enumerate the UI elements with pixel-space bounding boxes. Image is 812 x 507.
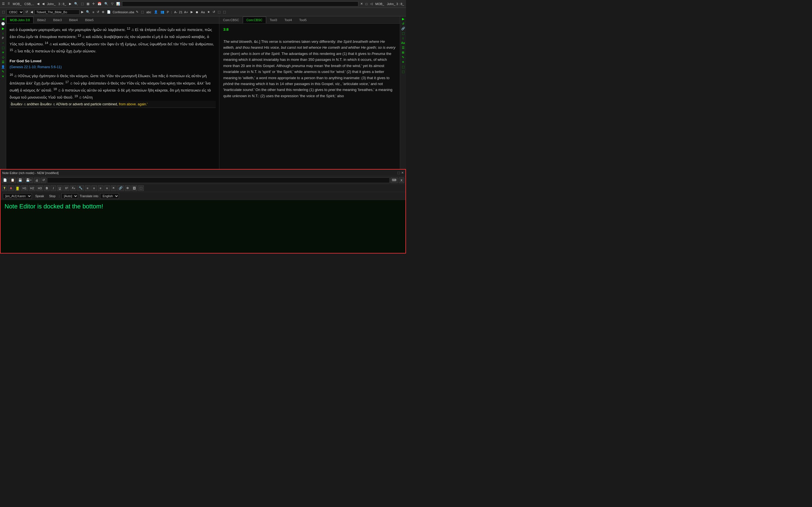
note-link-btn[interactable]: 🔗	[117, 185, 124, 191]
right-box[interactable]: ⬚	[402, 32, 405, 35]
cross-icon[interactable]: ✛	[91, 2, 96, 6]
search-icon[interactable]: 🔍	[73, 2, 79, 6]
refresh2-btn[interactable]: ↺	[96, 10, 100, 14]
note-search-input[interactable]	[47, 177, 390, 183]
note-content-area[interactable]: Note Editor is docked at the bottom!	[1, 200, 405, 253]
note-sub-btn[interactable]: X₂	[70, 185, 76, 191]
tab-tool3[interactable]: Tool3	[266, 17, 281, 23]
tts-stop-btn[interactable]: Stop	[47, 193, 57, 199]
note-align-center[interactable]: ≡	[91, 185, 97, 191]
tab-tool5[interactable]: Tool5	[296, 17, 310, 23]
note-minimize[interactable]: ⬚	[397, 171, 400, 175]
nav-next[interactable]: ▶	[80, 10, 84, 14]
note-highlight-btn[interactable]: ▓	[15, 185, 20, 191]
note-print-btn[interactable]: 🖨	[34, 177, 40, 183]
left-nav-up[interactable]: ◀	[2, 17, 4, 20]
note-color-btn[interactable]: A	[8, 185, 14, 191]
user1-btn[interactable]: 👤	[153, 10, 159, 14]
left-arrow[interactable]: →	[1, 41, 4, 45]
left-diamond[interactable]: ◇	[2, 56, 4, 59]
note-h1-btn[interactable]: H1	[21, 185, 28, 191]
right-pencil[interactable]: ✎	[402, 56, 404, 59]
note-h3-btn[interactable]: H3	[36, 185, 43, 191]
left-pencil[interactable]: ✎	[2, 70, 4, 73]
note-keyboard-btn[interactable]: ⌨	[391, 177, 398, 183]
right-box2[interactable]: ⬚	[402, 65, 405, 68]
note-super-btn[interactable]: X²	[63, 185, 69, 191]
right-font[interactable]: Aa	[401, 41, 405, 45]
right-list[interactable]: ☰	[402, 46, 405, 49]
tab-com-cbsc-2[interactable]: Com:CBSC	[243, 17, 266, 23]
rec-btn[interactable]: ⏺	[195, 10, 199, 14]
close-x[interactable]: ✕	[359, 2, 364, 6]
tab-mob-john[interactable]: MOB-John 3:8	[6, 17, 34, 23]
left-user[interactable]: 👤	[1, 65, 5, 68]
note-clear-btn[interactable]: ✕	[111, 185, 116, 191]
note-insert-btn[interactable]: ⊕	[125, 185, 131, 191]
left-sun[interactable]: ☀	[2, 51, 4, 54]
note-align-justify[interactable]: ≡	[104, 185, 110, 191]
tab-bible5[interactable]: Bible5	[82, 17, 98, 23]
note-italic-btn[interactable]: I	[50, 185, 56, 191]
font-down[interactable]: A-	[173, 10, 178, 14]
calendar-icon[interactable]: 📅	[97, 2, 102, 6]
note-h2-btn[interactable]: H2	[29, 185, 36, 191]
plus-btn[interactable]: ⊕	[101, 10, 105, 14]
abc-btn[interactable]: abc	[146, 10, 152, 14]
nav-left-1[interactable]: ◀	[36, 2, 40, 6]
play-btn[interactable]: ▶	[190, 10, 194, 14]
left-list[interactable]: ☰	[2, 61, 4, 64]
refresh-btn[interactable]: ↺	[24, 10, 29, 14]
list-btn[interactable]: ≡	[92, 10, 95, 14]
note-save-as-btn[interactable]: 💾+	[24, 177, 33, 183]
maximize[interactable]: □	[365, 2, 368, 6]
star-btn[interactable]: ★	[206, 10, 211, 14]
left-clock[interactable]: 🕐	[1, 22, 5, 25]
menu-icon[interactable]: ☰	[1, 2, 6, 6]
toolbar2-icon1[interactable]: ⬚	[1, 10, 6, 14]
tab-tool4[interactable]: Tool4	[281, 17, 296, 23]
grid2-icon[interactable]: ▦	[86, 2, 90, 6]
note-copy-btn[interactable]: 📋	[9, 177, 16, 183]
note-refresh-btn[interactable]: ↺	[41, 177, 46, 183]
refresh3-btn[interactable]: ↺	[212, 10, 216, 14]
right-box3[interactable]: ⬚	[402, 70, 405, 73]
note-image-btn[interactable]: 🖼	[132, 185, 137, 191]
note-table-btn[interactable]: ⬚	[138, 185, 144, 191]
font-up[interactable]: A+	[183, 10, 189, 14]
note-text-btn[interactable]: T	[2, 185, 7, 191]
note-underline-btn[interactable]: U	[57, 185, 63, 191]
tts-lang-select[interactable]: [Auto]	[61, 193, 78, 199]
zoom-icon[interactable]: 🔍	[103, 2, 109, 6]
p-btn[interactable]: P	[166, 10, 170, 14]
share[interactable]: ◁	[369, 2, 373, 6]
note-lang-btn[interactable]: X	[399, 177, 404, 183]
copy-icon[interactable]: ⬚	[80, 2, 85, 6]
magnify-btn[interactable]: 🔍	[85, 10, 91, 14]
tts-voice-select[interactable]: [en_AU] Karen	[3, 193, 32, 199]
right-refresh[interactable]: ↺	[402, 22, 404, 25]
nav-prev[interactable]: ◀	[30, 10, 34, 14]
note-save-btn[interactable]: 💾	[17, 177, 24, 183]
note-bold-btn[interactable]: B	[44, 185, 50, 191]
right-nav[interactable]: ▶	[402, 17, 404, 20]
right-resize[interactable]: ↕	[402, 37, 404, 40]
file-icon[interactable]: 📄	[106, 10, 112, 14]
aa-btn[interactable]: Aa	[200, 10, 206, 14]
left-resize[interactable]: ↕	[2, 32, 4, 35]
edit-btn[interactable]: ✎	[135, 10, 139, 14]
note-new-btn[interactable]: 📄	[2, 177, 8, 183]
note-tool-btn[interactable]: 🔧	[77, 185, 84, 191]
nav-right[interactable]: ▶	[68, 2, 72, 6]
search-input[interactable]	[122, 1, 358, 6]
tab-bible4[interactable]: Bible4	[65, 17, 82, 23]
nav-left-2[interactable]: ◀	[41, 2, 45, 6]
note-align-left[interactable]: ≡	[85, 185, 91, 191]
tab-bible2[interactable]: Bible2	[34, 17, 50, 23]
right-link[interactable]: 🔗	[401, 27, 405, 30]
note-align-right[interactable]: ≡	[98, 185, 103, 191]
module-select[interactable]: CBSC	[6, 9, 24, 15]
sel-box[interactable]: ⬚	[140, 10, 145, 14]
tab-bible3[interactable]: Bible3	[50, 17, 66, 23]
tts-speak-btn[interactable]: Speak	[34, 193, 46, 199]
